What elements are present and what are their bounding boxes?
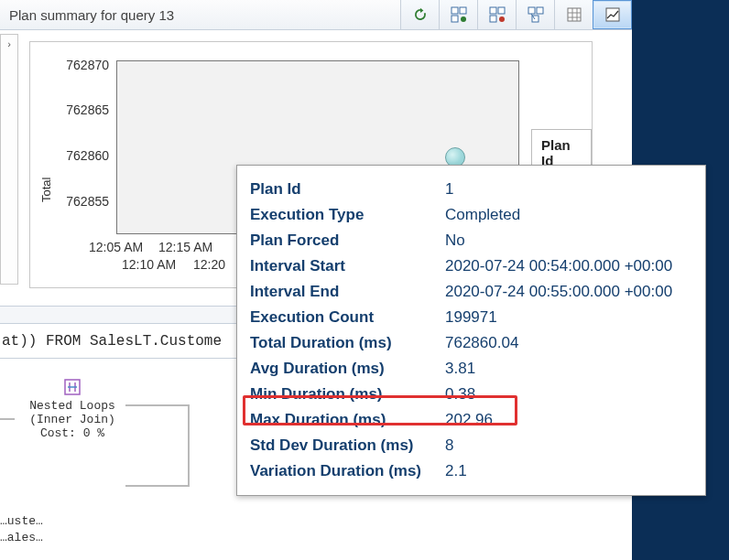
detail-value: Completed xyxy=(445,206,520,224)
svg-rect-2 xyxy=(452,16,458,22)
detail-row: Plan Id1 xyxy=(250,177,692,202)
detail-value: 2020-07-24 00:55:00.000 +00:00 xyxy=(445,283,672,301)
svg-point-7 xyxy=(499,16,505,22)
svg-point-3 xyxy=(461,16,466,22)
grid-view-button[interactable] xyxy=(554,0,593,29)
nested-loops-icon xyxy=(62,377,82,397)
y-axis-title: Total xyxy=(39,178,53,202)
detail-value: 202.96 xyxy=(445,411,493,429)
detail-value: 1 xyxy=(445,180,453,199)
x-tick-label: 12:15 AM xyxy=(158,240,212,254)
plan-node-truncated[interactable]: …uste… xyxy=(0,514,43,528)
toolbar: Plan summary for query 13 xyxy=(0,0,632,30)
detail-key: Interval End xyxy=(250,283,445,301)
x-tick-label: 12:20 xyxy=(193,257,225,272)
detail-key: Avg Duration (ms) xyxy=(250,360,445,378)
detail-row: Execution Count199971 xyxy=(250,305,692,330)
detail-row: Std Dev Duration (ms)8 xyxy=(250,433,692,458)
plan-node-nested-loops[interactable]: Nested Loops (Inner Join) Cost: 0 % xyxy=(13,377,132,440)
svg-rect-0 xyxy=(452,7,458,14)
detail-value: 2.1 xyxy=(445,462,467,480)
detail-row: Variation Duration (ms)2.1 xyxy=(250,458,692,484)
plan-connector xyxy=(125,485,190,487)
detail-value: 199971 xyxy=(445,308,497,327)
toolbar-buttons xyxy=(400,0,632,29)
x-tick-label: 12:05 AM xyxy=(89,240,143,254)
y-tick-label: 762865 xyxy=(54,102,109,117)
svg-rect-12 xyxy=(606,8,619,21)
force-plan-icon xyxy=(489,6,506,23)
plan-connector xyxy=(188,404,190,487)
detail-value: 0.38 xyxy=(445,385,475,404)
detail-value: 2020-07-24 00:54:00.000 +00:00 xyxy=(445,257,672,275)
detail-row: Execution TypeCompleted xyxy=(250,202,692,228)
force-plan-button[interactable] xyxy=(477,0,516,29)
plan-node-cost: Cost: 0 % xyxy=(13,426,132,440)
detail-key: Plan Id xyxy=(250,180,445,199)
svg-rect-1 xyxy=(460,7,466,14)
detail-key: Execution Type xyxy=(250,206,445,224)
desktop-background: Plan summary for query 13 xyxy=(0,0,729,560)
detail-row: Interval Start2020-07-24 00:54:00.000 +0… xyxy=(250,253,692,279)
plan-node-truncated[interactable]: …ales… xyxy=(0,531,43,544)
detail-row: Min Duration (ms)0.38 xyxy=(250,382,692,407)
view-tracked-queries-button[interactable] xyxy=(439,0,477,29)
compare-plans-icon xyxy=(528,6,544,23)
detail-key: Variation Duration (ms) xyxy=(250,462,445,480)
detail-key: Total Duration (ms) xyxy=(250,334,445,352)
compare-plans-button[interactable] xyxy=(516,0,554,29)
plan-connector xyxy=(125,404,190,406)
detail-key: Std Dev Duration (ms) xyxy=(250,436,445,455)
detail-row: Plan ForcedNo xyxy=(250,228,692,253)
detail-row: Max Duration (ms)202.96 xyxy=(250,407,692,433)
y-tick-label: 762870 xyxy=(54,58,109,72)
svg-rect-5 xyxy=(498,7,505,14)
svg-rect-6 xyxy=(490,16,496,22)
grid-icon xyxy=(566,6,582,23)
plan-node-sub: (Inner Join) xyxy=(13,413,132,426)
detail-key: Interval Start xyxy=(250,257,445,275)
detail-value: 8 xyxy=(445,436,453,455)
plan-detail-tooltip: Plan Id1 Execution TypeCompleted Plan Fo… xyxy=(236,165,706,496)
svg-rect-9 xyxy=(537,7,543,14)
query-text: at)) FROM SalesLT.Custome xyxy=(0,333,222,350)
detail-value: 762860.04 xyxy=(445,334,518,352)
detail-key: Plan Forced xyxy=(250,232,445,250)
detail-row: Avg Duration (ms)3.81 xyxy=(250,356,692,382)
legend-title: Plan Id xyxy=(541,137,571,168)
chart-icon xyxy=(604,6,621,23)
detail-key: Execution Count xyxy=(250,308,445,327)
svg-rect-4 xyxy=(490,7,496,14)
refresh-button[interactable] xyxy=(400,0,439,29)
detail-key: Min Duration (ms) xyxy=(250,385,445,404)
detail-row: Interval End2020-07-24 00:55:00.000 +00:… xyxy=(250,279,692,305)
x-tick-label: 12:10 AM xyxy=(122,257,176,272)
plan-node-op: Nested Loops xyxy=(13,399,132,413)
detail-row: Total Duration (ms)762860.04 xyxy=(250,330,692,356)
svg-rect-8 xyxy=(528,7,535,14)
detail-value: No xyxy=(445,232,465,250)
y-tick-label: 762860 xyxy=(54,148,109,163)
detail-value: 3.81 xyxy=(445,360,475,378)
chart-view-button[interactable] xyxy=(593,0,632,29)
tracked-queries-icon xyxy=(451,6,467,23)
chevron-right-icon: › xyxy=(7,38,11,49)
collapse-strip[interactable]: › xyxy=(0,34,18,285)
panel-title: Plan summary for query 13 xyxy=(0,0,400,29)
detail-key: Max Duration (ms) xyxy=(250,411,445,429)
svg-rect-11 xyxy=(568,8,581,21)
refresh-icon xyxy=(412,6,429,23)
y-tick-label: 762855 xyxy=(54,194,109,209)
